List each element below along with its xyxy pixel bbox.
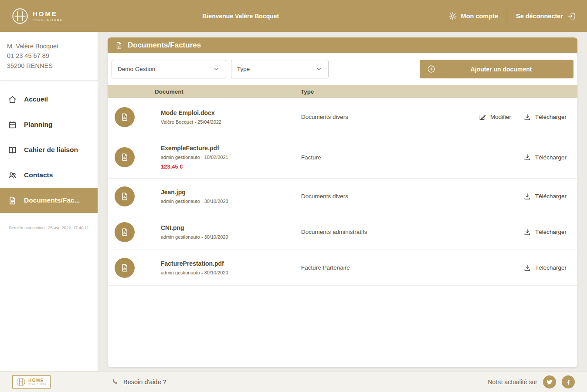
document-meta: admin gestionauto - 30/10/2020 — [161, 199, 301, 204]
sidebar-item-documents-factures[interactable]: Documents/Fac... — [0, 188, 98, 213]
download-icon — [523, 113, 531, 121]
table-row: FacturePrestation.pdf admin gestionauto … — [108, 250, 577, 286]
filter-bar: Demo Gestion Type Ajouter un document — [108, 53, 577, 85]
document-name: ExempleFacture.pdf — [161, 145, 301, 152]
table-row: ExempleFacture.pdf admin gestionauto - 1… — [108, 136, 577, 179]
sidebar-item-label: Contacts — [24, 171, 53, 179]
download-label: Télécharger — [535, 114, 567, 120]
last-connection-text: Dernière connexion : 25 avr. 2022, 17:40… — [0, 213, 98, 231]
file-icon — [115, 186, 135, 206]
sidebar-item-contacts[interactable]: Contacts — [0, 162, 98, 188]
document-name: Mode Emploi.docx — [161, 109, 301, 116]
download-icon — [523, 228, 531, 236]
file-icon — [115, 222, 135, 242]
add-document-label: Ajouter un document — [436, 66, 567, 73]
file-icon — [115, 147, 135, 167]
table-header: Document Type — [108, 85, 577, 98]
user-info: M. Valère Bocquet 01 23 45 67 89 35200 R… — [0, 32, 98, 81]
calendar-icon — [8, 120, 17, 129]
document-type: Facture Partenaire — [301, 264, 523, 271]
footer-brand-subtitle: PRESTATIONS — [28, 383, 47, 385]
download-label: Télécharger — [535, 264, 567, 271]
document-meta: Valère Bocquet - 25/04/2022 — [161, 119, 301, 125]
card-empty-space — [108, 286, 577, 367]
table-row: Jean.jpg admin gestionauto - 30/10/2020 … — [108, 179, 577, 214]
document-type: Documents divers — [301, 114, 478, 120]
type-select-value: Type — [237, 66, 250, 72]
home-prestations-logo-icon — [11, 7, 29, 25]
document-amount: 123,45 € — [161, 163, 301, 170]
page-title: Documents/Factures — [128, 41, 201, 50]
file-icon — [115, 107, 135, 127]
type-select[interactable]: Type — [231, 60, 329, 78]
document-type: Documents administratifs — [301, 229, 523, 235]
logout-label: Se déconnecter — [516, 13, 563, 20]
pencil-icon — [478, 113, 486, 121]
footer: HOME PRESTATIONS Besoin d'aide ? Notre a… — [0, 371, 587, 392]
download-button[interactable]: Télécharger — [523, 228, 567, 236]
contacts-icon — [8, 171, 17, 180]
sidebar-item-cahier-de-liaison[interactable]: Cahier de liaison — [0, 137, 98, 162]
phone-icon — [112, 378, 119, 385]
chevron-down-icon — [315, 65, 322, 73]
modify-label: Modifier — [490, 114, 511, 120]
table-row: CNI.png admin gestionauto - 30/10/2020 D… — [108, 214, 577, 250]
document-type: Facture — [301, 154, 523, 161]
documents-card: Documents/Factures Demo Gestion Type Ajo… — [108, 37, 577, 367]
gear-icon — [448, 12, 457, 20]
plus-circle-icon — [427, 64, 436, 74]
document-name: CNI.png — [161, 224, 301, 231]
column-header-document: Document — [155, 88, 301, 95]
account-button[interactable]: Mon compte — [448, 12, 498, 20]
news-label: Notre actualité sur — [488, 378, 537, 385]
download-icon — [523, 264, 531, 272]
download-icon — [523, 153, 531, 161]
column-header-type: Type — [301, 88, 314, 95]
facebook-icon — [565, 378, 572, 385]
table-row: Mode Emploi.docx Valère Bocquet - 25/04/… — [108, 98, 577, 136]
document-icon — [115, 41, 123, 49]
book-icon — [8, 145, 17, 155]
help-link[interactable]: Besoin d'aide ? — [112, 378, 166, 385]
home-icon — [8, 95, 17, 104]
user-phone: 01 23 45 67 89 — [7, 51, 91, 61]
brand-logo: HOME PRESTATIONS — [11, 7, 63, 25]
document-meta: admin gestionauto - 10/02/2021 — [161, 155, 301, 160]
gestion-select[interactable]: Demo Gestion — [112, 60, 226, 78]
download-label: Télécharger — [535, 154, 567, 161]
brand-name: HOME — [33, 10, 63, 18]
download-button[interactable]: Télécharger — [523, 264, 567, 272]
sidebar: M. Valère Bocquet 01 23 45 67 89 35200 R… — [0, 32, 98, 371]
main-content: Documents/Factures Demo Gestion Type Ajo… — [98, 32, 587, 371]
sidebar-item-planning[interactable]: Planning — [0, 112, 98, 137]
download-button[interactable]: Télécharger — [523, 153, 567, 161]
chevron-down-icon — [213, 65, 220, 73]
download-button[interactable]: Télécharger — [523, 193, 567, 200]
logout-icon — [567, 12, 576, 20]
sidebar-nav: Accueil Planning Cahier de liaison Conta… — [0, 81, 98, 213]
logout-button[interactable]: Se déconnecter — [516, 12, 576, 20]
file-icon — [115, 258, 135, 278]
document-name: FacturePrestation.pdf — [161, 260, 301, 267]
document-name: Jean.jpg — [161, 189, 301, 196]
document-meta: admin gestionauto - 30/10/2020 — [161, 234, 301, 240]
welcome-message: Bienvenue Valère Bocquet — [202, 13, 279, 20]
facebook-button[interactable] — [562, 375, 575, 389]
user-name: M. Valère Bocquet — [7, 41, 91, 51]
download-button[interactable]: Télécharger — [523, 113, 567, 121]
twitter-button[interactable] — [543, 375, 556, 389]
header-divider — [507, 9, 507, 24]
gestion-select-value: Demo Gestion — [118, 66, 155, 72]
home-prestations-logo-icon — [16, 377, 26, 387]
download-label: Télécharger — [535, 193, 567, 199]
sidebar-item-accueil[interactable]: Accueil — [0, 87, 98, 112]
footer-brand-name: HOME — [28, 378, 47, 383]
download-label: Télécharger — [535, 229, 567, 235]
twitter-icon — [546, 378, 553, 385]
brand-subtitle: PRESTATIONS — [33, 18, 63, 21]
document-icon — [8, 196, 17, 205]
add-document-button[interactable]: Ajouter un document — [420, 60, 573, 78]
help-label: Besoin d'aide ? — [123, 378, 166, 385]
top-header: HOME PRESTATIONS Bienvenue Valère Bocque… — [0, 0, 587, 32]
modify-button[interactable]: Modifier — [478, 113, 511, 121]
